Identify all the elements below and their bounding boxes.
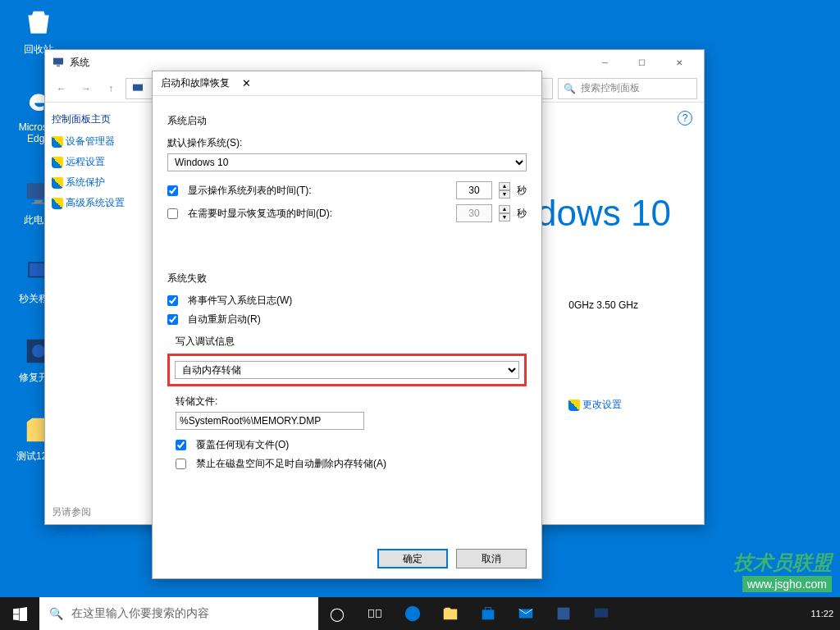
svg-point-7 — [32, 345, 45, 358]
shield-icon — [52, 157, 63, 168]
shield-icon — [52, 136, 63, 148]
svg-rect-2 — [34, 200, 43, 203]
forward-button[interactable]: → — [76, 79, 96, 98]
taskbar-clock[interactable]: 11:22 — [804, 609, 840, 619]
taskbar-edge-icon[interactable] — [394, 597, 431, 630]
debug-info-label: 写入调试信息 — [176, 335, 527, 349]
svg-rect-12 — [377, 610, 381, 618]
sidebar-link-remote[interactable]: 远程设置 — [52, 155, 149, 169]
help-icon[interactable]: ? — [678, 111, 692, 126]
taskbar-search[interactable]: 🔍 在这里输入你要搜索的内容 — [39, 597, 318, 630]
dialog-title: 启动和故障恢复 — [161, 76, 230, 90]
default-os-label: 默认操作系统(S): — [167, 136, 527, 150]
svg-rect-18 — [595, 609, 609, 618]
minimize-button[interactable]: ─ — [587, 50, 623, 75]
svg-rect-11 — [369, 610, 374, 618]
taskbar: 🔍 在这里输入你要搜索的内容 ◯ 11:22 — [0, 597, 840, 630]
system-icon — [52, 56, 65, 69]
overwrite-checkbox[interactable] — [176, 440, 186, 450]
search-icon: 🔍 — [49, 607, 63, 620]
show-os-list-label: 显示操作系统列表的时间(T): — [188, 184, 450, 198]
shield-icon — [568, 399, 580, 411]
start-button[interactable] — [0, 597, 39, 630]
svg-rect-14 — [482, 609, 495, 619]
recovery-seconds-input — [456, 204, 492, 222]
see-also-header: 另请参阅 — [52, 505, 149, 519]
search-icon: 🔍 — [564, 83, 576, 94]
highlighted-dump-select: 自动内存转储 — [167, 354, 527, 386]
cortana-icon[interactable]: ◯ — [318, 597, 356, 630]
svg-rect-17 — [558, 608, 570, 620]
spinner: ▲▼ — [499, 205, 510, 221]
sidebar-link-protection[interactable]: 系统保护 — [52, 176, 149, 189]
change-settings-link[interactable]: 更改设置 — [568, 398, 622, 412]
startup-recovery-dialog: 启动和故障恢复 ✕ 系统启动 默认操作系统(S): Windows 10 显示操… — [152, 71, 542, 579]
dump-file-label: 转储文件: — [176, 395, 527, 409]
taskbar-explorer-icon[interactable] — [431, 597, 469, 630]
boot-section-label: 系统启动 — [167, 114, 527, 128]
back-button[interactable]: ← — [52, 79, 71, 98]
svg-rect-8 — [53, 58, 63, 65]
sidebar-home[interactable]: 控制面板主页 — [52, 112, 149, 126]
write-event-checkbox[interactable] — [167, 295, 178, 306]
auto-restart-label: 自动重新启动(R) — [188, 313, 261, 326]
ok-button[interactable]: 确定 — [377, 549, 448, 568]
shield-icon — [52, 177, 63, 189]
fail-section-label: 系统失败 — [167, 272, 527, 285]
write-event-label: 将事件写入系统日志(W) — [188, 294, 292, 308]
taskbar-app1-icon[interactable] — [545, 597, 582, 630]
cancel-button[interactable]: 取消 — [456, 549, 527, 568]
dialog-titlebar[interactable]: 启动和故障恢复 ✕ — [153, 71, 541, 96]
pc-icon — [131, 82, 144, 95]
close-button[interactable]: ✕ — [660, 50, 697, 75]
svg-rect-3 — [32, 203, 45, 204]
show-os-list-checkbox[interactable] — [167, 185, 178, 196]
taskbar-store-icon[interactable] — [469, 597, 507, 630]
task-view-icon[interactable] — [356, 597, 394, 630]
os-list-seconds-input[interactable] — [456, 181, 492, 199]
auto-restart-checkbox[interactable] — [167, 314, 178, 325]
sidebar-link-advanced[interactable]: 高级系统设置 — [52, 196, 149, 210]
dump-file-input[interactable] — [176, 412, 364, 430]
svg-point-13 — [405, 606, 420, 621]
default-os-select[interactable]: Windows 10 — [167, 153, 527, 171]
maximize-button[interactable]: ☐ — [623, 50, 660, 75]
cpu-info: 0GHz 3.50 GHz — [568, 299, 638, 311]
spinner[interactable]: ▲▼ — [499, 182, 510, 199]
search-box[interactable]: 🔍 搜索控制面板 — [558, 78, 697, 99]
dump-type-select[interactable]: 自动内存转储 — [175, 361, 519, 379]
svg-rect-9 — [57, 65, 60, 66]
disable-autodel-checkbox[interactable] — [176, 459, 186, 469]
overwrite-label: 覆盖任何现有文件(O) — [196, 438, 289, 452]
dialog-close-button[interactable]: ✕ — [230, 77, 262, 89]
watermark: 技术员联盟 www.jsgho.com — [733, 550, 832, 592]
window-title: 系统 — [70, 56, 89, 70]
disable-autodel-label: 禁止在磁盘空间不足时自动删除内存转储(A) — [196, 457, 386, 471]
show-recovery-checkbox[interactable] — [167, 208, 178, 219]
sidebar-link-device-manager[interactable]: 设备管理器 — [52, 135, 149, 148]
show-recovery-label: 在需要时显示恢复选项的时间(D): — [188, 207, 450, 221]
taskbar-mail-icon[interactable] — [507, 597, 545, 630]
up-button[interactable]: ↑ — [101, 79, 121, 98]
sidebar: 控制面板主页 设备管理器 远程设置 系统保护 高级系统设置 另请参阅 安全和维护 — [45, 103, 156, 524]
windows10-logo-text: dows 10 — [536, 193, 671, 234]
see-also-link[interactable]: 安全和维护 — [52, 524, 149, 538]
windows-icon — [13, 607, 27, 621]
svg-rect-10 — [133, 84, 143, 90]
shield-icon — [52, 198, 63, 209]
taskbar-app2-icon[interactable] — [582, 597, 620, 630]
